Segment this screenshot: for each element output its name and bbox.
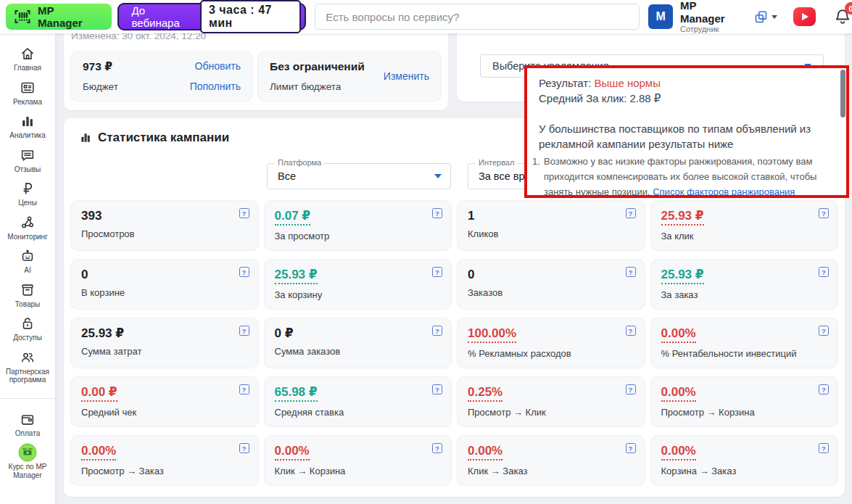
- help-icon[interactable]: ?: [626, 208, 636, 218]
- help-icon[interactable]: ?: [239, 443, 249, 453]
- stat-card: 0.00% ? Просмотр → Корзина: [650, 376, 839, 427]
- user-role: Сотрудник: [680, 25, 743, 34]
- account-switcher[interactable]: [753, 9, 777, 25]
- help-icon[interactable]: ?: [819, 384, 829, 394]
- stat-value[interactable]: 25.93 ₽: [661, 268, 704, 284]
- sidebar-item-monitoring[interactable]: Мониторинг: [1, 214, 54, 241]
- service-question-input[interactable]: [315, 4, 640, 30]
- help-icon[interactable]: ?: [626, 384, 636, 394]
- stats-title: Статистика кампании: [98, 131, 229, 145]
- stat-card: 1 ? Кликов: [457, 200, 645, 251]
- chevron-down-icon: [772, 15, 777, 19]
- stat-value[interactable]: 0.00%: [661, 385, 696, 402]
- stat-value[interactable]: 25.93 ₽: [275, 268, 318, 284]
- reviews-icon: [20, 146, 36, 164]
- ranking-factors-link[interactable]: Список факторов ранжирования: [653, 186, 795, 197]
- help-icon[interactable]: ?: [819, 208, 829, 218]
- sidebar-item-prices[interactable]: Цены: [1, 180, 54, 207]
- stat-card: 25.93 ₽ ? За корзину: [264, 259, 452, 310]
- stat-value[interactable]: 100.00%: [468, 326, 516, 343]
- help-icon[interactable]: ?: [432, 443, 442, 453]
- help-icon[interactable]: ?: [432, 326, 442, 336]
- sidebar-item-label: Курс по MP Manager: [1, 463, 54, 479]
- stat-label: За просмотр: [275, 231, 442, 241]
- sidebar-item-partners[interactable]: Партнерская программа: [1, 349, 54, 384]
- sidebar-item-reviews[interactable]: Отзывы: [1, 146, 54, 174]
- stats-grid: 393 ? Просмотров 0.07 ₽ ? За просмотр 1 …: [70, 200, 838, 486]
- tooltip-result-label: Результат:: [539, 77, 595, 89]
- webinar-banner[interactable]: До вебинара 3 часа : 47 мин: [117, 3, 307, 30]
- stat-value[interactable]: 25.93 ₽: [661, 209, 704, 226]
- budget-limit-value: Без ограничений: [270, 60, 365, 73]
- sidebar-item-access[interactable]: Доступы: [1, 315, 54, 342]
- stat-card: 25.93 ₽ ? За заказ: [650, 259, 839, 310]
- stat-label: % Рентабельности инвестиций: [661, 348, 828, 359]
- stat-value[interactable]: 0.25%: [468, 385, 502, 402]
- help-icon[interactable]: ?: [626, 267, 636, 277]
- home-icon: [20, 45, 36, 62]
- sidebar-item-products[interactable]: Товары: [1, 281, 54, 309]
- stat-card: 0 ? В корзине: [70, 259, 259, 310]
- tooltip-result-line: Результат: Выше нормы: [539, 75, 830, 91]
- sidebar-item-label: Главная: [14, 64, 41, 73]
- help-icon[interactable]: ?: [819, 326, 829, 336]
- stat-card: 0.00% ? Клик → Заказ: [457, 435, 645, 486]
- help-icon[interactable]: ?: [432, 208, 442, 218]
- stat-value[interactable]: 65.98 ₽: [275, 385, 318, 402]
- help-icon[interactable]: ?: [239, 267, 249, 277]
- stat-label: За корзину: [275, 289, 442, 300]
- tooltip-paragraph: У большинства поставщиков по типам объяв…: [539, 121, 830, 153]
- sidebar-item-label: AI: [24, 266, 30, 275]
- user-menu[interactable]: MP Manager Сотрудник: [680, 0, 743, 34]
- stat-card: 0.25% ? Просмотр → Клик: [457, 376, 645, 427]
- help-icon[interactable]: ?: [819, 267, 829, 277]
- help-icon[interactable]: ?: [819, 443, 829, 453]
- change-limit-link[interactable]: Изменить: [384, 70, 429, 82]
- help-icon[interactable]: ?: [239, 208, 249, 218]
- stat-value: 0 ₽: [275, 326, 294, 341]
- tooltip-scrollbar[interactable]: [840, 70, 845, 117]
- sidebar-item-ai[interactable]: AI: [1, 247, 54, 275]
- stat-value[interactable]: 0.00 ₽: [81, 385, 117, 402]
- sidebar-item-analytics[interactable]: Аналитика: [1, 112, 54, 140]
- app-logo[interactable]: MP Manager: [6, 4, 112, 30]
- tooltip-list-text: Возможно у вас низкие факторы ранжирован…: [544, 154, 830, 198]
- help-icon[interactable]: ?: [432, 267, 442, 277]
- refresh-budget-link[interactable]: Обновить: [195, 60, 241, 72]
- platform-select-label: Платформа: [275, 158, 324, 167]
- budget-limit-card: Без ограничений Лимит бюджета Изменить: [257, 51, 442, 102]
- sidebar-item-label: Товары: [15, 300, 40, 309]
- stat-value[interactable]: 0.00%: [468, 444, 502, 460]
- help-icon[interactable]: ?: [626, 326, 636, 336]
- stat-value[interactable]: 0.00%: [661, 326, 696, 343]
- main-content: Изменена: 30 окт. 2024, 12:20 973 ₽ Бюдж…: [55, 33, 852, 504]
- stat-card: 0 ? Заказов: [457, 259, 645, 310]
- sidebar-item-home[interactable]: Главная: [1, 45, 54, 73]
- stat-value[interactable]: 0.07 ₽: [275, 209, 311, 226]
- sidebar-item-payment[interactable]: Оплата: [1, 410, 54, 438]
- topup-budget-link[interactable]: Пополнить: [190, 80, 241, 92]
- notifications-button[interactable]: 0: [833, 7, 852, 26]
- stat-value[interactable]: 0.00%: [275, 444, 310, 460]
- tooltip-list-item: 1. Возможно у вас низкие факторы ранжиро…: [532, 154, 830, 198]
- video-channel-button[interactable]: [793, 7, 816, 26]
- help-icon[interactable]: ?: [239, 326, 249, 336]
- sidebar-item-label: Доступы: [13, 334, 42, 342]
- stat-value[interactable]: 0.00%: [81, 444, 116, 460]
- sidebar-item-label: Реклама: [13, 98, 42, 107]
- help-icon[interactable]: ?: [432, 384, 442, 394]
- stat-label: За клик: [661, 231, 828, 241]
- stat-value: 1: [468, 209, 474, 223]
- help-icon[interactable]: ?: [626, 443, 636, 453]
- platform-select[interactable]: Платформа Все: [267, 163, 451, 189]
- help-icon[interactable]: ?: [239, 384, 249, 394]
- avatar[interactable]: M: [648, 4, 673, 29]
- ruble-icon: [20, 180, 36, 197]
- sidebar-item-course[interactable]: Курс по MP Manager: [1, 444, 54, 479]
- stat-value: 25.93 ₽: [81, 326, 124, 341]
- sidebar-item-ads[interactable]: Реклама: [1, 79, 54, 107]
- stat-value[interactable]: 0.00%: [661, 444, 696, 460]
- stat-card: 0.00% ? Корзина → Заказ: [650, 435, 839, 486]
- robot-icon: [20, 247, 36, 265]
- monitoring-icon: [20, 214, 36, 231]
